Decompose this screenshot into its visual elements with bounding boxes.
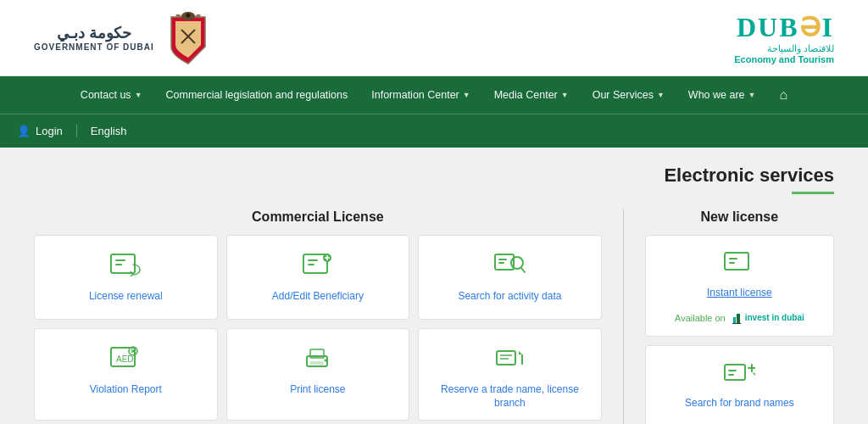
title-underline: [792, 192, 834, 194]
svg-rect-31: [725, 253, 748, 270]
main-content: Electronic services Commercial License: [0, 148, 868, 424]
service-card-search-brand[interactable]: Search for brand names: [645, 345, 834, 424]
svg-rect-14: [498, 259, 507, 260]
svg-point-26: [324, 360, 326, 362]
add-beneficiary-label: Add/Edit Beneficiary: [272, 290, 364, 304]
new-license-section: New license Instant license Available: [645, 209, 834, 424]
svg-rect-39: [728, 374, 734, 376]
gov-arabic-text: حكومة دبـي: [57, 24, 131, 42]
svg-rect-34: [733, 317, 736, 324]
search-activity-label: Search for activity data: [458, 290, 561, 304]
svg-rect-9: [308, 264, 314, 265]
svg-rect-27: [497, 351, 515, 365]
print-license-label: Print license: [290, 383, 345, 397]
invest-in-dubai-badge: Available on invest in dubai: [675, 312, 804, 324]
nav-home[interactable]: ⌂: [767, 76, 799, 114]
section-divider: [623, 209, 624, 424]
violation-icon: AED: [109, 344, 142, 375]
svg-rect-5: [115, 259, 125, 261]
reserve-trade-label: Reserve a trade name, license branch: [427, 383, 593, 410]
svg-rect-4: [111, 254, 135, 273]
service-card-print-license[interactable]: Print license: [226, 328, 410, 421]
new-license-section-title: New license: [645, 209, 834, 225]
header-left: حكومة دبـي GOVERNMENT OF DUBAI: [34, 8, 214, 68]
svg-rect-33: [729, 262, 735, 264]
add-beneficiary-icon: [302, 251, 334, 282]
nav-commercial-legislation[interactable]: Commercial legislation and regulations: [154, 76, 360, 114]
nav-information-center[interactable]: Information Center ▼: [359, 76, 481, 114]
instant-license-icon: [723, 251, 755, 278]
service-card-license-renewal[interactable]: License renewal: [34, 235, 218, 320]
commercial-service-grid: License renewal Add/Edit: [34, 235, 602, 421]
gov-logo-text: حكومة دبـي GOVERNMENT OF DUBAI: [34, 24, 154, 52]
violation-label: Violation Report: [90, 383, 162, 397]
svg-line-17: [521, 268, 525, 272]
language-selector[interactable]: English: [76, 125, 141, 137]
search-activity-icon: [493, 251, 526, 282]
sub-nav: 👤 Login English: [0, 114, 868, 148]
new-license-grid: Instant license Available on invest in d…: [645, 235, 834, 424]
svg-rect-15: [498, 262, 504, 264]
service-card-instant-license[interactable]: Instant license Available on invest in d…: [645, 235, 834, 337]
invest-dubai-logo: invest in dubai: [731, 312, 804, 324]
nav-our-services[interactable]: Our Services ▼: [581, 76, 676, 114]
svg-rect-37: [725, 365, 745, 380]
caret-icon: ▼: [463, 91, 470, 99]
building-icon: [731, 312, 743, 324]
caret-icon: ▼: [561, 91, 569, 99]
print-license-icon: [302, 344, 334, 375]
svg-rect-36: [732, 323, 741, 324]
svg-text:AED: AED: [116, 354, 134, 364]
license-renewal-icon: [109, 251, 142, 282]
service-card-reserve-trade[interactable]: Reserve a trade name, license branch: [418, 328, 602, 421]
main-nav: Contact us ▼ Commercial legislation and …: [0, 76, 868, 114]
nav-contact-us[interactable]: Contact us ▼: [69, 76, 154, 114]
svg-rect-6: [115, 264, 122, 265]
caret-icon: ▼: [657, 91, 665, 99]
home-icon: ⌂: [779, 87, 787, 103]
svg-rect-35: [737, 314, 740, 324]
page-title: Electronic services: [34, 165, 834, 187]
svg-rect-32: [729, 258, 737, 259]
instant-license-label: Instant license: [707, 287, 772, 300]
svg-point-3: [186, 13, 190, 17]
search-brand-label: Search for brand names: [685, 397, 794, 410]
dubai-title: DUBƏI: [734, 11, 834, 43]
service-card-add-beneficiary[interactable]: Add/Edit Beneficiary: [226, 235, 410, 320]
svg-rect-38: [728, 370, 737, 371]
invest-dubai-text: invest in dubai: [745, 313, 804, 322]
svg-rect-25: [310, 361, 324, 365]
nav-media-center[interactable]: Media Center ▼: [482, 76, 581, 114]
available-on-text: Available on: [675, 313, 726, 323]
dubai-subtitle-arabic: للاقتصاد والسياحة: [734, 43, 834, 54]
nav-who-we-are[interactable]: Who we are ▼: [676, 76, 768, 114]
commercial-license-section: Commercial License License renewal: [34, 209, 602, 424]
service-card-violation[interactable]: AED Violation Report: [34, 328, 218, 421]
caret-icon: ▼: [135, 91, 142, 99]
coat-of-arms-icon: [163, 8, 214, 68]
service-card-search-activity[interactable]: Search for activity data: [418, 235, 602, 320]
user-icon: 👤: [17, 125, 31, 137]
login-button[interactable]: 👤 Login: [17, 125, 76, 137]
header: حكومة دبـي GOVERNMENT OF DUBAI DUBƏI للا…: [0, 0, 868, 76]
dubai-subtitle-english: Economy and Tourism: [734, 54, 834, 64]
caret-icon: ▼: [748, 91, 756, 99]
reserve-trade-icon: [493, 344, 526, 375]
services-container: Commercial License License renewal: [34, 209, 834, 424]
dubai-logo: DUBƏI للاقتصاد والسياحة Economy and Tour…: [734, 11, 834, 64]
search-brand-icon: [723, 361, 755, 388]
license-renewal-label: License renewal: [89, 290, 163, 304]
svg-rect-8: [308, 259, 318, 261]
gov-english-text: GOVERNMENT OF DUBAI: [34, 42, 154, 52]
commercial-section-title: Commercial License: [34, 209, 602, 225]
